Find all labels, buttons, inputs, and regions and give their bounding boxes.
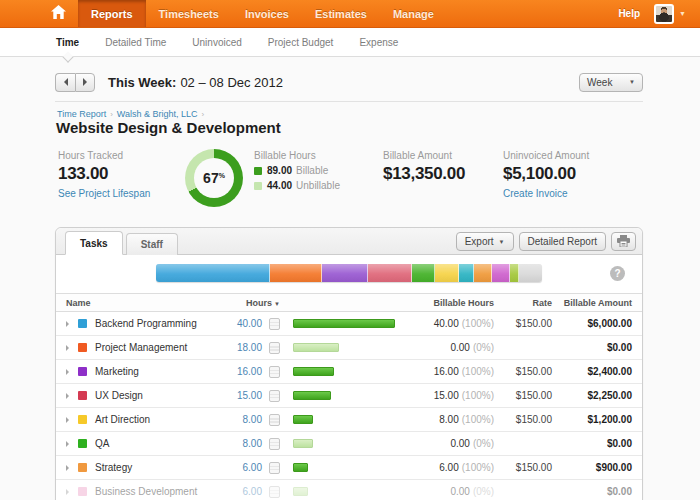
hours-icon-cell — [262, 486, 280, 498]
top-nav: ReportsTimesheetsInvoicesEstimatesManage… — [0, 0, 700, 28]
expand-row-icon[interactable] — [66, 465, 72, 471]
hours-link[interactable]: 16.00 — [217, 366, 262, 377]
chevron-down-icon[interactable]: ▼ — [679, 10, 686, 17]
stat-value: $13,350.00 — [383, 164, 465, 184]
billable-swatch-icon — [254, 167, 262, 175]
billable-percent: (0%) — [473, 438, 494, 449]
hours-bar — [293, 439, 313, 448]
expand-row-icon[interactable] — [66, 321, 72, 327]
hours-bar — [293, 367, 334, 376]
hours-bar — [293, 463, 308, 472]
expand-row-icon[interactable] — [66, 441, 72, 447]
timesheet-icon[interactable] — [269, 414, 280, 426]
expand-row-icon[interactable] — [66, 369, 72, 375]
hours-link[interactable]: 15.00 — [217, 390, 262, 401]
donut-percent: 67% — [194, 158, 234, 198]
home-icon — [51, 5, 66, 23]
hours-bar-cell — [280, 343, 398, 352]
avatar[interactable] — [654, 4, 674, 24]
column-name: Name — [66, 298, 217, 308]
export-button[interactable]: Export▼ — [456, 232, 514, 251]
hours-bar-cell — [280, 463, 398, 472]
unbillable-swatch-icon — [254, 182, 262, 190]
bar-segment-2 — [270, 264, 322, 282]
timesheet-icon[interactable] — [269, 390, 280, 402]
hours-icon-cell — [262, 414, 280, 426]
hours-link[interactable]: 6.00 — [217, 486, 262, 497]
project-lifespan-link[interactable]: See Project Lifespan — [58, 188, 150, 199]
legend-unbillable: 44.00 Unbillable — [254, 180, 340, 191]
task-color-swatch-icon — [78, 391, 87, 400]
billable-hours-cell: 0.00(0%) — [398, 486, 494, 497]
home-button[interactable] — [38, 0, 78, 27]
subnav-item-detailed-time[interactable]: Detailed Time — [105, 28, 166, 57]
task-name-cell: Strategy — [66, 462, 217, 473]
task-color-swatch-icon — [78, 343, 87, 352]
nav-item-invoices[interactable]: Invoices — [232, 0, 302, 27]
subnav-item-expense[interactable]: Expense — [359, 28, 398, 57]
expand-row-icon[interactable] — [66, 489, 72, 495]
help-icon[interactable]: ? — [610, 266, 625, 281]
hours-icon-cell — [262, 342, 280, 354]
period-selector-dropdown[interactable]: Week ▼ — [579, 73, 643, 92]
task-name-cell: Art Direction — [66, 414, 217, 425]
bar-segment-3 — [322, 264, 368, 282]
breadcrumb: Time Report›Walsh & Bright, LLC› — [57, 109, 208, 119]
subnav-item-project-budget[interactable]: Project Budget — [268, 28, 334, 57]
previous-period-button[interactable] — [55, 73, 75, 92]
billable-hours-cell: 15.00(100%) — [398, 390, 494, 401]
tab-staff[interactable]: Staff — [126, 233, 178, 255]
timesheet-icon[interactable] — [269, 318, 280, 330]
expand-row-icon[interactable] — [66, 417, 72, 423]
hours-link[interactable]: 40.00 — [217, 318, 262, 329]
hours-icon-cell — [262, 318, 280, 330]
expand-row-icon[interactable] — [66, 345, 72, 351]
expand-row-icon[interactable] — [66, 393, 72, 399]
chevron-right-icon — [83, 78, 91, 86]
period-pager — [55, 73, 95, 92]
nav-item-timesheets[interactable]: Timesheets — [146, 0, 232, 27]
billable-amount-cell: $2,250.00 — [552, 390, 632, 401]
hours-link[interactable]: 18.00 — [217, 342, 262, 353]
period-label: This Week: — [108, 75, 176, 90]
task-name-cell: UX Design — [66, 390, 217, 401]
timesheet-icon[interactable] — [269, 366, 280, 378]
next-period-button[interactable] — [75, 73, 95, 92]
period-bar: This Week:02 – 08 Dec 2012 Week ▼ — [55, 71, 643, 93]
column-hours-sort[interactable]: Hours▼ — [217, 298, 280, 308]
hours-bar — [293, 391, 331, 400]
hours-bar — [293, 319, 395, 328]
timesheet-icon[interactable] — [269, 486, 280, 498]
billable-hours-value: 0.00 — [450, 342, 469, 353]
nav-item-estimates[interactable]: Estimates — [302, 0, 380, 27]
billable-percent: (100%) — [462, 414, 494, 425]
nav-item-manage[interactable]: Manage — [380, 0, 447, 27]
detailed-report-button[interactable]: Detailed Report — [519, 232, 606, 251]
rate-cell: $150.00 — [494, 462, 552, 473]
table-body: Backend Programming40.0040.00(100%)$150.… — [56, 312, 642, 500]
hours-link[interactable]: 6.00 — [217, 462, 262, 473]
help-link[interactable]: Help — [618, 8, 640, 19]
hours-link[interactable]: 8.00 — [217, 414, 262, 425]
timesheet-icon[interactable] — [269, 342, 280, 354]
subnav-item-uninvoiced[interactable]: Uninvoiced — [192, 28, 241, 57]
print-button[interactable] — [611, 232, 636, 251]
bar-segment-11 — [519, 264, 542, 282]
subnav-item-time[interactable]: Time — [56, 28, 79, 57]
hours-bar-cell — [280, 391, 398, 400]
tab-tasks[interactable]: Tasks — [65, 231, 123, 255]
hours-bar-cell — [280, 439, 398, 448]
stat-label: Hours Tracked — [58, 150, 150, 161]
create-invoice-link[interactable]: Create Invoice — [503, 188, 589, 199]
table-header: Name Hours▼ Billable Hours Rate Billable… — [56, 293, 642, 312]
timesheet-icon[interactable] — [269, 438, 280, 450]
timesheet-icon[interactable] — [269, 462, 280, 474]
task-name-cell: Business Development — [66, 486, 217, 497]
hours-link[interactable]: 8.00 — [217, 438, 262, 449]
breadcrumb-link-time-report[interactable]: Time Report — [57, 109, 106, 119]
bar-segment-9 — [492, 264, 510, 282]
billable-amount-cell: $0.00 — [552, 486, 632, 497]
nav-item-reports[interactable]: Reports — [78, 0, 146, 27]
breadcrumb-link-walsh-bright-llc[interactable]: Walsh & Bright, LLC — [117, 109, 198, 119]
table-row-art-direction: Art Direction8.008.00(100%)$150.00$1,200… — [56, 408, 642, 432]
